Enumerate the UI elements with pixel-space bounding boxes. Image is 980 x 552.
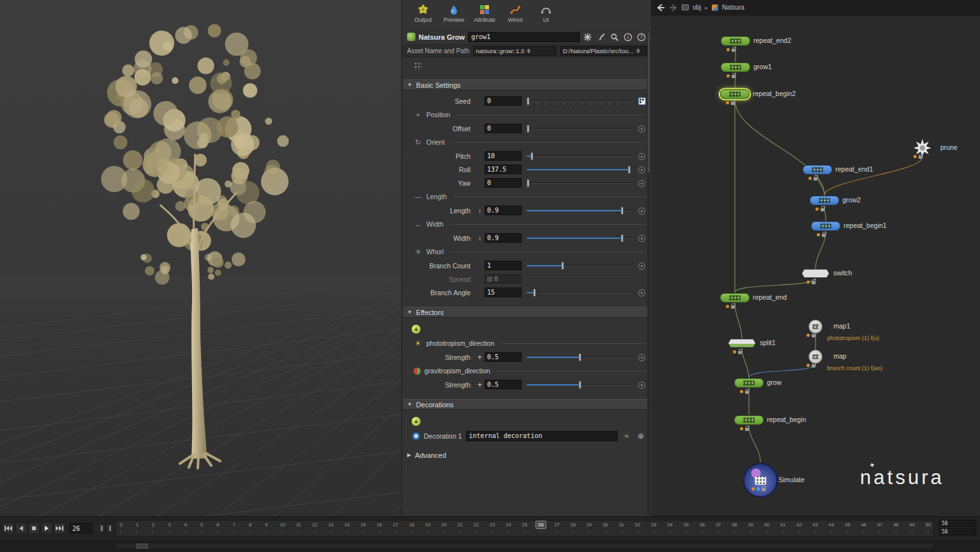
back-arrow-icon[interactable] (656, 4, 665, 12)
frame-tick-16[interactable]: 16 (376, 522, 382, 528)
param-value-field[interactable]: 0.9 (485, 233, 522, 243)
frame-tick-30[interactable]: 30 (602, 522, 607, 528)
param-menu-icon[interactable] (637, 233, 647, 243)
frame-tick-40[interactable]: 40 (764, 522, 769, 528)
frame-tick-18[interactable]: 18 (409, 522, 414, 528)
tab-wires[interactable]: Wires (501, 3, 530, 28)
lock-icon[interactable] (731, 305, 735, 309)
lock-icon[interactable] (919, 156, 922, 159)
param-value-field[interactable]: 0 (485, 124, 522, 133)
frame-tick-1[interactable]: 1 (136, 522, 138, 528)
jump-to-end-button[interactable] (54, 523, 65, 534)
frame-tick-3[interactable]: 3 (168, 522, 171, 528)
param-menu-icon[interactable] (637, 165, 647, 175)
frame-tick-6[interactable]: 6 (216, 522, 219, 528)
node-shape[interactable] (720, 293, 750, 303)
jump-to-start-button[interactable] (3, 523, 14, 534)
tab-preview[interactable]: Preview (439, 3, 469, 28)
frame-tick-41[interactable]: 41 (780, 522, 785, 528)
frame-tick-39[interactable]: 39 (748, 522, 753, 528)
frame-tick-45[interactable]: 45 (845, 522, 850, 528)
param-slider[interactable] (527, 178, 632, 188)
randomize-dice-icon[interactable] (638, 97, 646, 105)
frame-tick-29[interactable]: 29 (586, 522, 591, 528)
param-value-field[interactable]: 0.5 (485, 352, 522, 362)
current-frame-input[interactable] (69, 523, 92, 533)
output-flag-icon[interactable] (807, 334, 810, 337)
lock-icon[interactable] (812, 281, 815, 284)
node-shape[interactable] (808, 320, 823, 334)
add-effector-button[interactable]: + (412, 325, 421, 334)
decoration-name-input[interactable] (466, 431, 618, 441)
range-start-button[interactable] (98, 524, 105, 533)
slider-handle[interactable] (579, 381, 581, 389)
lock-icon[interactable] (732, 49, 735, 52)
frame-tick-23[interactable]: 23 (490, 522, 495, 528)
frame-tick-26[interactable]: 26 (535, 521, 546, 529)
param-menu-icon[interactable] (637, 288, 647, 298)
frame-tick-28[interactable]: 28 (570, 522, 575, 528)
node-shape[interactable] (720, 90, 750, 99)
frame-tick-25[interactable]: 25 (522, 522, 527, 528)
frame-tick-24[interactable]: 24 (506, 522, 511, 528)
lock-icon[interactable] (732, 75, 735, 78)
param-value-field[interactable]: 0 (485, 96, 522, 106)
node-shape[interactable] (808, 350, 823, 364)
params-scrollbar[interactable] (647, 31, 650, 515)
help-icon[interactable]: ? (637, 33, 646, 42)
frame-tick-34[interactable]: 34 (667, 522, 672, 528)
frame-tick-5[interactable]: 5 (200, 522, 203, 528)
param-slider[interactable] (527, 165, 632, 174)
slider-handle[interactable] (628, 166, 631, 174)
lock-icon[interactable] (812, 364, 815, 368)
node-shape[interactable] (803, 165, 832, 175)
param-value-field[interactable]: 10 (485, 151, 522, 161)
node-shape[interactable] (734, 378, 764, 388)
frame-tick-32[interactable]: 32 (635, 522, 640, 528)
param-menu-icon[interactable] (637, 124, 647, 134)
param-slider[interactable] (527, 124, 632, 133)
node-name-input[interactable] (468, 32, 580, 42)
info-icon[interactable]: i (623, 33, 632, 42)
frame-tick-14[interactable]: 14 (344, 522, 349, 528)
output-flag-icon[interactable] (751, 487, 755, 491)
param-menu-icon[interactable] (637, 178, 647, 188)
slider-handle[interactable] (527, 179, 529, 187)
output-flag-icon[interactable] (913, 155, 917, 158)
param-slider[interactable] (527, 352, 632, 362)
slider-handle[interactable] (527, 97, 529, 105)
frame-tick-13[interactable]: 13 (328, 522, 333, 528)
add-decoration-button[interactable]: + (412, 417, 421, 426)
param-value-field[interactable]: 15 (485, 288, 522, 297)
value-ladder-icon[interactable]: ▴▾ (475, 236, 485, 241)
pick-operator-icon[interactable]: ⊕ (636, 432, 646, 441)
visibility-toggle-icon[interactable] (412, 432, 420, 440)
frame-tick-12[interactable]: 12 (312, 522, 317, 528)
frame-tick-4[interactable]: 4 (184, 522, 187, 528)
play-button[interactable] (41, 523, 52, 534)
lock-icon[interactable] (814, 177, 817, 181)
lock-icon[interactable] (745, 391, 749, 394)
lock-icon[interactable] (822, 234, 826, 237)
param-value-field[interactable]: 1 (485, 261, 522, 270)
output-flag-icon[interactable] (727, 48, 730, 51)
output-flag-icon[interactable] (815, 207, 819, 211)
output-flag-icon[interactable] (733, 350, 736, 353)
frame-tick-15[interactable]: 15 (360, 522, 365, 528)
param-slider[interactable] (527, 380, 632, 389)
frame-tick-47[interactable]: 47 (877, 522, 882, 528)
section-header-basic-settings[interactable]: ▼Basic Settings (403, 79, 650, 90)
grid-dots-icon[interactable] (414, 61, 422, 70)
output-flag-icon[interactable] (808, 177, 812, 180)
param-menu-icon[interactable] (637, 352, 647, 362)
lock-icon[interactable] (731, 102, 735, 105)
tab-ui[interactable]: UI (531, 3, 561, 28)
lock-icon[interactable] (821, 208, 824, 211)
lock-icon[interactable] (762, 488, 766, 491)
display-flag-icon[interactable] (757, 487, 760, 491)
output-flag-icon[interactable] (740, 390, 743, 393)
node-shape[interactable] (810, 196, 839, 206)
value-ladder-icon[interactable]: ▴▾ (475, 208, 485, 213)
lock-icon[interactable] (745, 428, 749, 431)
frame-tick-20[interactable]: 20 (441, 522, 446, 528)
